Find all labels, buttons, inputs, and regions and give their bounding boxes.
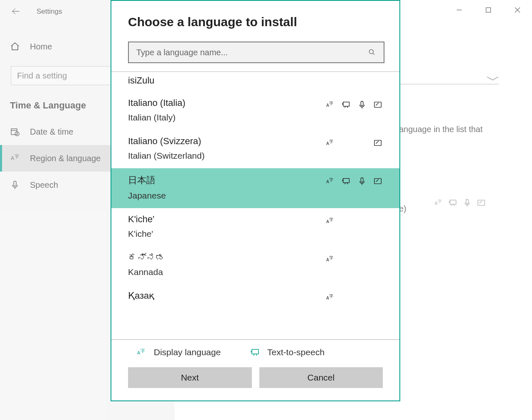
search-icon [368, 48, 376, 56]
display-language-icon [136, 347, 147, 357]
language-item[interactable]: Italiano (Svizzera)Italian (Switzerland) [111, 130, 399, 168]
language-english-name: Italian (Switzerland) [128, 151, 204, 161]
tts-icon [341, 177, 351, 186]
language-item[interactable]: isiZulu [111, 72, 399, 92]
language-list[interactable]: isiZuluItaliano (Italia)Italian (Italy)I… [111, 72, 399, 339]
language-native-name: Italiano (Svizzera) [128, 136, 204, 147]
display-icon [325, 177, 335, 186]
language-native-name: Қазақ [128, 290, 154, 301]
tts-icon [250, 347, 261, 357]
language-native-name: ಕನ್ನಡ [128, 252, 165, 263]
speech-icon [357, 177, 367, 186]
next-button[interactable]: Next [128, 367, 252, 388]
speech-icon [357, 100, 367, 109]
dialog-title: Choose a language to install [111, 1, 399, 29]
language-search-input[interactable]: Type a language name... [128, 42, 384, 63]
display-icon [325, 216, 335, 226]
legend-display-language: Display language [136, 347, 221, 357]
legend-tts: Text-to-speech [250, 347, 325, 357]
language-item[interactable]: ಕನ್ನಡKannada [111, 246, 399, 285]
language-english-name: Italian (Italy) [128, 113, 185, 123]
display-icon [325, 293, 335, 302]
language-native-name: K'iche' [128, 214, 154, 225]
handwriting-icon [373, 177, 383, 186]
legend-label: Display language [154, 347, 221, 357]
legend-label: Text-to-speech [267, 347, 325, 357]
display-icon [325, 138, 335, 147]
cancel-button[interactable]: Cancel [259, 367, 383, 388]
language-item[interactable]: Italiano (Italia)Italian (Italy) [111, 92, 399, 130]
language-feature-icons [325, 252, 383, 264]
language-native-name: 日本語 [128, 174, 166, 187]
language-native-name: isiZulu [128, 75, 155, 86]
language-feature-icons [325, 136, 383, 147]
language-item[interactable]: K'iche'K'iche' [111, 208, 399, 246]
display-icon [325, 100, 335, 109]
language-item[interactable]: 日本語Japanese [111, 168, 399, 208]
handwriting-icon [373, 138, 383, 147]
search-placeholder: Type a language name... [136, 48, 368, 57]
handwriting-icon [373, 100, 383, 109]
language-english-name: K'iche' [128, 229, 154, 239]
language-feature-icons [325, 98, 383, 109]
language-native-name: Italiano (Italia) [128, 98, 185, 108]
language-english-name: Kannada [128, 267, 165, 277]
language-feature-icons [325, 290, 383, 302]
language-item[interactable]: Қазақ [111, 285, 399, 302]
choose-language-dialog: Choose a language to install Type a lang… [111, 0, 400, 401]
language-feature-icons [325, 214, 383, 226]
language-feature-icons [325, 174, 383, 186]
feature-legend: Display language Text-to-speech [111, 340, 399, 365]
display-icon [325, 255, 335, 264]
tts-icon [341, 100, 351, 109]
language-english-name: Japanese [128, 191, 166, 201]
